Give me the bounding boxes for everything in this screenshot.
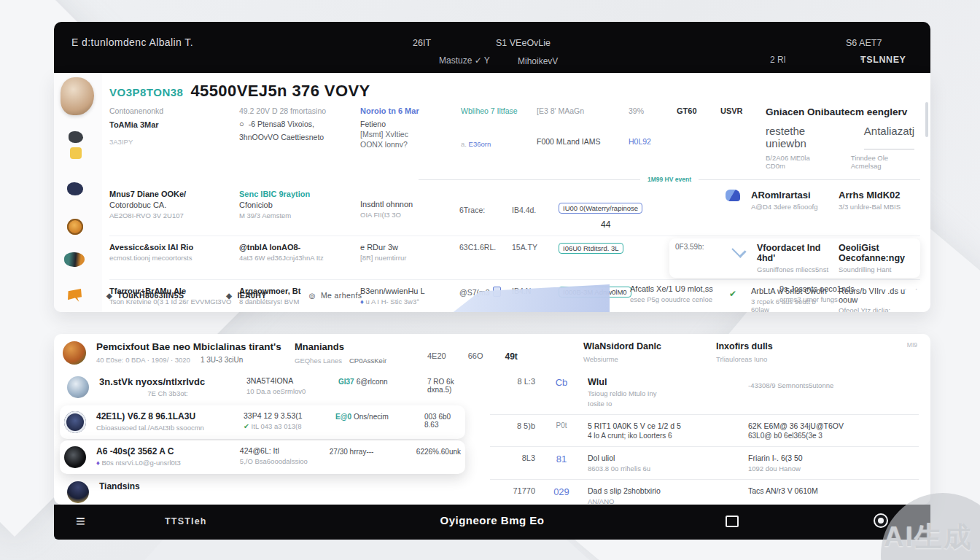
- cell-sub: M 39/3 Aemstem: [239, 211, 354, 219]
- table-row[interactable]: Mnus7 Diane OOKe/Cotordobuc CA.AE2O8I-RV…: [109, 183, 920, 236]
- panel-subtitle[interactable]: Antaliazatj: [864, 125, 914, 149]
- sidebar-item-icon[interactable]: [67, 182, 83, 195]
- footnote-title: 9s Jossnts oeco1nds: [779, 284, 904, 293]
- cell-mid: e RDur 3w: [360, 243, 455, 252]
- card-bottom-strip: ◆TOuKH8063IIN5S ◈IEA0HY ◎Me arhenfs Afca…: [105, 284, 923, 312]
- cell-value: 63C1.6RL.: [459, 243, 512, 252]
- page-title-accent: VO3P8TON38: [109, 86, 183, 98]
- footer-label[interactable]: TTSTIeh: [165, 516, 207, 526]
- page-title-main: 45500VEJ5n 376 VOVY: [190, 82, 370, 101]
- tab-label: TOuKH8063IIN5S: [117, 291, 184, 300]
- header-label[interactable]: Noroio tn 6 Mar: [360, 106, 455, 115]
- right-value: 0F3.59b:: [675, 243, 720, 273]
- stat-value: 66O: [468, 351, 483, 362]
- list-item[interactable]: 8L3 81 Dol uliol8603.8 0o rrihelis 6u Fr…: [490, 446, 919, 479]
- item-sub: Cbioasusoed tal./A6At3Ib ssoocmn: [96, 424, 233, 432]
- item-title: Dad s slip 2shobtxirio: [588, 486, 739, 495]
- count-icon[interactable]: 029: [544, 486, 579, 497]
- watermark: AI生成: [884, 518, 973, 556]
- right-title: Arrhs MIdK02: [839, 190, 920, 201]
- list-item[interactable]: 8 5)b P0t 5 RIT1 0A0K 5 V ce 1/2 d 54 lo…: [490, 414, 919, 446]
- tab-label: IEA0HY: [237, 291, 266, 300]
- window-restore-icon[interactable]: [726, 516, 739, 527]
- star-icon: ◆: [106, 292, 112, 300]
- chevron-down-icon[interactable]: [731, 243, 746, 257]
- titlebar-sub-2[interactable]: MihoikevV: [518, 56, 558, 66]
- page-title: VO3P8TON38 45500VEJ5n 376 VOVY: [109, 82, 920, 101]
- avatar[interactable]: [63, 341, 86, 365]
- tab-label: Me arhenfs: [321, 291, 362, 300]
- cell-value: IB4.4d.: [512, 206, 559, 214]
- panel-col-title: WlaNsidord Danlc: [583, 341, 706, 351]
- header-label: H0L92: [629, 137, 671, 146]
- panel-title: Gniacen Onibautecm eenglerv: [766, 106, 914, 117]
- header-label: -6 Ptensa8 Vixoios,: [249, 120, 314, 128]
- sidebar-item-icon[interactable]: [64, 252, 85, 267]
- avatar: [64, 446, 86, 468]
- cell-title: Avessicc&soix IAI Rio: [109, 243, 233, 252]
- tag-icon[interactable]: P0t: [544, 421, 579, 429]
- avatar: [67, 376, 89, 398]
- item-value: 6226%.60unk: [416, 448, 461, 456]
- sidebar-item-icon[interactable]: [69, 131, 83, 143]
- avatar: [64, 411, 86, 433]
- panel-stats: 4E20 66O 49t: [427, 351, 573, 362]
- tab-1[interactable]: ◆TOuKH8063IIN5S: [106, 291, 184, 300]
- status-badge[interactable]: IU00 0(Waterry/rapinose: [559, 203, 642, 214]
- item-title: 42E1L) V6.Z 8 96.1LA3U: [96, 411, 233, 421]
- scale-icon: ◈: [226, 292, 232, 300]
- item-sub: AN/ANO: [588, 497, 739, 505]
- header-label: 49.2 20V D 28 fmortasino: [239, 106, 354, 115]
- item-value: 7 RO 6k dxna.5): [427, 378, 458, 394]
- chip-label: E@0: [335, 413, 351, 421]
- titlebar-menu-label: TSLNNEY: [860, 55, 906, 65]
- list-item[interactable]: 42E1L) V6.Z 8 96.1LA3UCbioasusoed tal./A…: [60, 405, 465, 439]
- header-col-7: GT60: [677, 106, 720, 170]
- table-row[interactable]: Avessicc&soix IAI Rioecmost.tioonj mecoo…: [109, 236, 920, 279]
- header-col-1: Contoanenonkd ToAMia 3Mar 3A3IPY: [109, 106, 239, 170]
- panel-sub: 40 E0se: 0 BDA · 1909/ · 3020: [96, 356, 190, 364]
- item-value: 6@rlconn: [357, 378, 388, 386]
- scrollbar-thumb[interactable]: [925, 102, 928, 137]
- panel-title: Pemcixfout Bae neo Mbiclalinas tirant's: [96, 341, 284, 352]
- footnote-col-a: Afcatls Xe/1 U9 mlot,ssesee P5g oouudrce…: [630, 284, 779, 303]
- list-item[interactable]: 8 L:3 Cb WlulTsioug reldio Mtulo InyIosi…: [490, 370, 919, 414]
- tab-2[interactable]: ◈IEA0HY: [226, 291, 266, 300]
- item-mid: 424@6L: Itl: [240, 446, 319, 455]
- status-badge[interactable]: I06U0 Rtditsrd. 3L: [559, 243, 623, 254]
- list-item[interactable]: Tiandsins: [63, 475, 462, 505]
- header-label: Fetieno: [360, 120, 455, 128]
- list-item[interactable]: 3n.stVk nyoxs/ntlxrlvdc7E Ch 3b3ot: 3NA5…: [63, 370, 462, 404]
- item-title: 3n.stVk nyoxs/ntlxrlvdc: [99, 376, 236, 387]
- handwritten-note: 44: [601, 219, 669, 230]
- count-icon[interactable]: 81: [544, 454, 579, 464]
- hamburger-menu-icon[interactable]: ≡: [76, 513, 85, 530]
- badge-icon[interactable]: [67, 219, 83, 235]
- right-sub: A@D4 3dere 8fiooofg: [751, 203, 833, 211]
- item-sub: B0s ntsrVi.L0@g-unsrl0t3: [102, 459, 181, 467]
- panel-mid-title: Mnaniands: [295, 341, 417, 352]
- item-note: Tacs AN/r3 V 0610M: [748, 486, 916, 495]
- header-col-4: Wbliheo 7 Iltfase a. E36orn: [461, 106, 537, 170]
- header-label: 3hnOOvVO Caettiesneto: [239, 133, 354, 141]
- item-value: 71770: [493, 486, 535, 495]
- item-value: 003 6b0 8.63: [424, 413, 461, 429]
- avatar[interactable]: [61, 77, 94, 115]
- header-label: Wbliheo 7 Iltfase: [461, 106, 531, 115]
- more-dots-icon[interactable]: · ·: [904, 284, 923, 293]
- right-sub: Gsuniffones mliecs5nst: [757, 265, 833, 273]
- titlebar-sub-1[interactable]: Mastuze ✓ Y: [439, 55, 490, 66]
- list-item[interactable]: A6 -40s(2 3562 A C♦ B0s ntsrVi.L0@g-unsr…: [60, 440, 465, 474]
- cell-sub: [8R] nuemtirrur: [360, 254, 455, 262]
- item-mid: 3NA5T4IONA: [246, 376, 328, 385]
- raised-row-card: 0F3.59b: Vfoordacet Ind 4hd'Gsuniffones …: [669, 238, 920, 278]
- titlebar-sub-3: 2 Rl: [770, 55, 785, 65]
- tab-3[interactable]: ◎Me arhenfs: [309, 291, 362, 300]
- copy-icon[interactable]: Cb: [544, 377, 579, 388]
- item-sub: 4 lo A crunt; iko Loorters 6: [588, 432, 739, 440]
- list-item[interactable]: 71770 029 Dad s slip 2shobtxirioAN/ANO T…: [490, 479, 919, 505]
- window-title: E d:tunlomdenc Albalin T.: [71, 36, 193, 48]
- cloud-icon[interactable]: [726, 190, 740, 201]
- note-icon[interactable]: [70, 147, 82, 159]
- flag-icon[interactable]: [67, 289, 82, 302]
